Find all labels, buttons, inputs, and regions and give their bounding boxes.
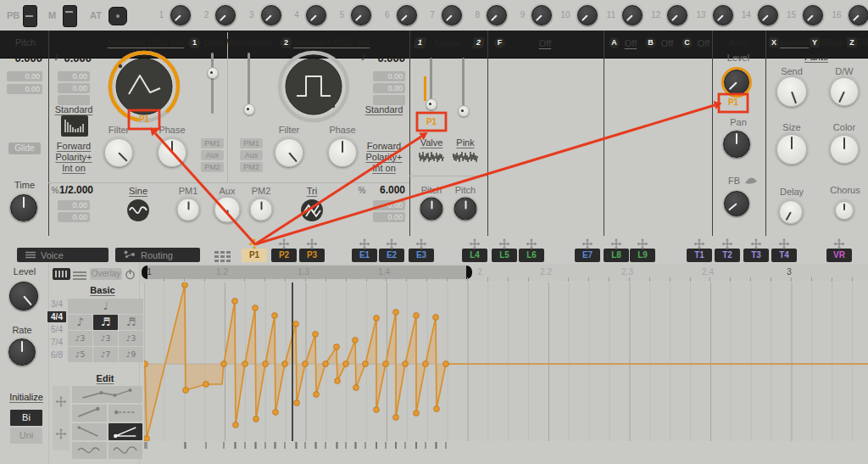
osc1-wave-display[interactable] xyxy=(61,115,88,140)
move-handle-icon[interactable] xyxy=(249,238,260,249)
mseg-point[interactable] xyxy=(253,416,259,422)
move-handle-icon[interactable] xyxy=(526,238,537,249)
pitch-mod-box[interactable]: 0.00 xyxy=(7,71,42,81)
mseg-point[interactable] xyxy=(393,310,399,316)
nav-tab-P1[interactable]: P1 xyxy=(242,249,267,262)
nav-tab-L9[interactable]: L9 xyxy=(630,249,655,262)
fx-size-knob[interactable] xyxy=(776,134,807,165)
mseg-point[interactable] xyxy=(403,361,409,367)
mseg-point[interactable] xyxy=(144,361,147,367)
fx-x-badge[interactable]: X xyxy=(769,37,779,48)
mseg-point[interactable] xyxy=(272,313,278,319)
mseg-point[interactable] xyxy=(423,361,429,367)
pitch-value[interactable]: 0.000 xyxy=(7,53,42,64)
mseg-point[interactable] xyxy=(363,361,369,367)
osc2-wave-knob[interactable] xyxy=(276,49,351,127)
nav-tab-L8[interactable]: L8 xyxy=(604,249,629,262)
osc1-model-menu[interactable]: Standart OSC set xyxy=(108,37,184,48)
macro-knob-10[interactable] xyxy=(577,5,598,25)
move-handle-icon[interactable] xyxy=(582,238,593,249)
wt1-pm2-chip[interactable]: PM2 xyxy=(201,162,224,172)
noise2-type-menu[interactable]: Pink xyxy=(456,137,474,148)
note-cell-♪9[interactable]: ♪9 xyxy=(119,347,143,362)
osc2-sync-mod-box[interactable]: 0.00 xyxy=(373,200,405,210)
wt1-pm1-chip[interactable]: PM1 xyxy=(201,138,224,148)
note-cell-♪5[interactable]: ♪5 xyxy=(68,347,92,362)
edit-tool-hold[interactable] xyxy=(108,405,143,422)
nav-tab-E7[interactable]: E7 xyxy=(575,249,600,262)
osc2-sync-mod-box[interactable]: 0.00 xyxy=(373,212,405,222)
move-handle-icon[interactable] xyxy=(834,238,845,249)
osc2-interpolation-menu[interactable]: Int on xyxy=(372,163,396,173)
mseg-point[interactable] xyxy=(434,406,440,412)
move-handle-icon[interactable] xyxy=(722,238,733,249)
voice-button[interactable]: Voice xyxy=(17,248,108,262)
mseg-point[interactable] xyxy=(221,361,227,367)
glide-button[interactable]: Glide xyxy=(8,143,41,154)
routing-button[interactable]: Routing xyxy=(115,248,200,262)
mseg-point[interactable] xyxy=(335,378,341,384)
move-handle-icon[interactable] xyxy=(359,238,370,249)
macro-knob-3[interactable] xyxy=(261,5,281,25)
noise1-type-menu[interactable]: Valve xyxy=(420,137,443,148)
osc1-sync-mod-box[interactable]: 0.00 xyxy=(58,200,90,210)
mseg-point[interactable] xyxy=(282,361,288,367)
glide-time-knob[interactable] xyxy=(10,194,37,221)
amp-level-knob[interactable] xyxy=(724,70,749,95)
mseg-point[interactable] xyxy=(233,422,239,428)
note-cell-♬[interactable]: ♬ xyxy=(119,315,143,330)
time-sig-4-4[interactable]: 4/4 xyxy=(47,311,66,322)
nav-tab-L5[interactable]: L5 xyxy=(492,249,517,262)
osc1-mod-box[interactable]: 0.00 xyxy=(58,71,90,81)
quarter-note-icon[interactable]: ♩ xyxy=(361,53,365,63)
osc2-sync-value[interactable]: 6.000 xyxy=(371,185,405,196)
triangle-wave-icon[interactable] xyxy=(299,198,325,226)
osc1-output-wave-menu[interactable]: Sine xyxy=(129,186,147,196)
slot-c-menu[interactable]: Off xyxy=(698,38,709,48)
macro-knob-4[interactable] xyxy=(306,5,326,25)
noise2-pitch-knob[interactable] xyxy=(454,198,477,221)
mseg-point[interactable] xyxy=(242,361,248,367)
macro-knob-12[interactable] xyxy=(667,5,687,25)
sine-wave-icon[interactable] xyxy=(125,198,151,226)
noise-mod-assignment[interactable]: P1 xyxy=(426,117,437,126)
slot-b-badge[interactable]: B xyxy=(645,37,656,48)
fb-shape-icon[interactable] xyxy=(744,173,758,188)
fx-color-knob[interactable] xyxy=(830,135,859,164)
wavetable-slider-handle[interactable] xyxy=(243,103,255,115)
edit-tool-line-up[interactable] xyxy=(72,405,107,422)
mseg-point[interactable] xyxy=(253,305,259,311)
macro-knob-11[interactable] xyxy=(622,5,643,25)
drag-handle-icon[interactable] xyxy=(56,395,67,406)
wt1-aux-chip[interactable]: Aux xyxy=(201,150,224,160)
noise2-level-slider-track[interactable] xyxy=(462,58,465,110)
noise1-level-slider-handle[interactable] xyxy=(426,98,437,110)
mseg-point[interactable] xyxy=(293,321,299,327)
amp-pan-knob[interactable] xyxy=(723,131,750,158)
osc2-output-wave-menu[interactable]: Tri xyxy=(307,186,317,196)
mseg-point[interactable] xyxy=(303,361,309,367)
osc2-polarity-menu[interactable]: Polarity+ xyxy=(365,152,402,162)
mseg-point[interactable] xyxy=(294,400,300,406)
edit-tool-multi-point[interactable] xyxy=(72,386,142,403)
mseg-point[interactable] xyxy=(414,411,420,416)
lfo-level-knob[interactable] xyxy=(9,282,38,310)
edit-tool-sine[interactable] xyxy=(72,442,107,459)
note-cell-♪3[interactable]: ♪3 xyxy=(68,331,92,346)
osc1-mod-box[interactable]: 0.00 xyxy=(58,83,90,93)
osc2-filter-knob[interactable] xyxy=(275,138,303,167)
note-cell-♪[interactable]: ♪ xyxy=(68,315,92,330)
mseg-point[interactable] xyxy=(353,385,359,391)
mseg-point[interactable] xyxy=(443,361,449,367)
edit-tool-line-down[interactable] xyxy=(72,423,107,440)
fx-send-knob[interactable] xyxy=(776,76,807,107)
osc2-mode-menu[interactable]: Standard xyxy=(365,104,403,115)
aftertouch-control[interactable] xyxy=(108,7,127,25)
osc2-mod-box[interactable]: 0.00 xyxy=(373,83,405,93)
mseg-point[interactable] xyxy=(433,315,439,321)
mseg-point[interactable] xyxy=(183,388,189,394)
move-handle-icon[interactable] xyxy=(416,238,427,249)
filter-slot-badge[interactable]: F xyxy=(494,37,505,48)
osc2-direction-menu[interactable]: Forward xyxy=(367,141,401,151)
modwheel-slider[interactable] xyxy=(63,5,77,27)
